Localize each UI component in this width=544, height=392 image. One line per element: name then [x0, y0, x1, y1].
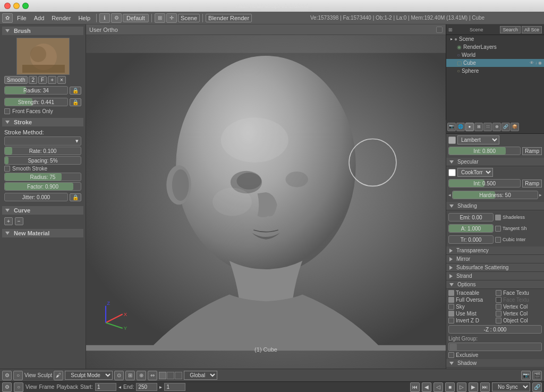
tl-frame[interactable]: Frame	[39, 384, 55, 390]
close-button[interactable]	[4, 3, 11, 9]
options-title[interactable]: Options	[446, 280, 544, 289]
object-col-cb[interactable]	[496, 318, 502, 323]
rate-slider[interactable]: Rate: 0.100	[4, 147, 81, 155]
traceable-cb[interactable]	[448, 290, 454, 296]
menu-render[interactable]: Render	[48, 14, 74, 22]
snap-btn2[interactable]: ⊕	[137, 371, 146, 380]
jitter-slider[interactable]: Jitter: 0.000	[4, 193, 68, 201]
front-faces-cb[interactable]	[4, 108, 10, 114]
light-group-input[interactable]	[448, 343, 542, 351]
paint-btn[interactable]: 🖌	[54, 371, 63, 380]
grid-btn[interactable]: ⊞	[125, 371, 135, 380]
factor-ss-slider[interactable]: Factor: 0.900	[4, 182, 81, 191]
spec-ramp-btn[interactable]: Ramp	[522, 180, 542, 188]
scene-item-sphere[interactable]: ○ Sphere	[446, 67, 544, 75]
mat-tab-constraints[interactable]: 🔗	[502, 123, 510, 131]
render-btn2[interactable]: 🎬	[532, 371, 542, 380]
mat-tab-object[interactable]: 📦	[511, 123, 519, 131]
mat-tab-material[interactable]: ●	[465, 123, 474, 131]
mirror-btn2[interactable]: ⇔	[148, 371, 157, 380]
hardness-arrow-right[interactable]: ▸	[539, 192, 542, 198]
custom-props-title[interactable]: Custom Properties	[446, 368, 544, 369]
shadow-title[interactable]: Shadow	[446, 359, 544, 368]
search-btn[interactable]: Search	[500, 26, 521, 33]
new-material-header[interactable]: New Material	[2, 229, 83, 237]
exclusive-cb[interactable]	[448, 352, 454, 358]
tl-right-arrow[interactable]: ▸	[159, 384, 162, 390]
tl-skip-start[interactable]: ⏮	[410, 382, 420, 392]
stroke-method-select[interactable]: ▾	[4, 137, 81, 146]
tl-play-back[interactable]: ◁	[434, 382, 443, 392]
stroke-header[interactable]: Stroke	[2, 118, 83, 126]
use-mist-cb[interactable]	[448, 311, 454, 317]
jitter-lock-btn[interactable]: 🔒	[70, 193, 81, 201]
emi-slider[interactable]: Emi: 0.00	[448, 213, 494, 221]
smooth-stroke-cb[interactable]	[4, 166, 10, 172]
face-textu-cb[interactable]	[496, 290, 502, 296]
mat-tab-scene[interactable]: 🌐	[456, 123, 465, 131]
curve-header[interactable]: Curve	[2, 206, 83, 215]
tl-skip-end[interactable]: ⏭	[480, 382, 490, 392]
viewport-content[interactable]: X Y Z (1) Cube	[86, 35, 446, 369]
a-slider[interactable]: A: 1.000	[448, 224, 494, 233]
spec-color-swatch[interactable]	[448, 169, 456, 176]
spacing-slider[interactable]: Spacing: 5%	[4, 156, 81, 165]
cubic-cb[interactable]	[495, 237, 501, 243]
layer1[interactable]	[159, 372, 166, 379]
tl-end-input[interactable]	[136, 383, 157, 391]
scene-item-cube[interactable]: ▢ Cube 👁 ↓ ◉	[446, 59, 544, 67]
curve-add-btn[interactable]: +	[4, 217, 13, 225]
spec-shader-select[interactable]: CookTorr Phong Blinn	[457, 168, 493, 177]
scene-selector[interactable]: Scene	[178, 14, 200, 22]
grid-icon[interactable]: ⊞	[155, 13, 165, 23]
renderer-selector[interactable]: Blender Render	[206, 14, 252, 22]
brush-header[interactable]: Brush	[2, 27, 83, 35]
tl-view[interactable]: View	[26, 384, 37, 390]
tl-icon2[interactable]: ○	[14, 382, 23, 392]
blender-icon[interactable]: ✿	[2, 13, 13, 23]
tl-extra-btn[interactable]: 🔗	[532, 382, 542, 392]
brush-num-btn[interactable]: 2	[29, 76, 37, 84]
mirror-title[interactable]: Mirror	[446, 255, 544, 263]
global-select[interactable]: Global	[184, 371, 217, 380]
tl-icon[interactable]: ⚙	[2, 382, 12, 392]
vertex-col-cb[interactable]	[496, 304, 502, 310]
invert-zd-cb[interactable]	[448, 318, 454, 323]
viewport-options-btn[interactable]	[436, 27, 443, 33]
info-icon[interactable]: ℹ	[99, 13, 110, 23]
bottom-icon2[interactable]: ○	[13, 371, 23, 380]
maximize-button[interactable]	[22, 3, 29, 9]
shading-section-title[interactable]: Shading	[446, 202, 544, 210]
radius-ss-slider[interactable]: Radius: 75	[4, 173, 81, 181]
menu-help[interactable]: Help	[75, 14, 94, 22]
scene-item-world[interactable]: ○ World	[446, 51, 544, 59]
bottom-sculpt[interactable]: Sculpt	[38, 372, 53, 378]
strength-lock-btn[interactable]: 🔒	[70, 98, 81, 106]
sky-cb[interactable]	[448, 304, 454, 310]
settings-icon[interactable]: ⚙	[111, 13, 122, 23]
hardness-slider[interactable]: Hardness: 50	[452, 191, 538, 199]
brush-plus-btn[interactable]: +	[48, 76, 56, 84]
scene-item-scene[interactable]: ▸ ● Scene	[446, 35, 544, 43]
tl-prev-key[interactable]: ◀	[422, 382, 431, 392]
strength-slider[interactable]: Strength: 0.441	[4, 98, 68, 106]
camera-btn2[interactable]: 📷	[521, 371, 531, 380]
z-slider[interactable]: -Z : 0.000	[448, 325, 542, 334]
strand-title[interactable]: Strand	[446, 272, 544, 280]
int-slider[interactable]: Int: 0.800	[448, 147, 521, 155]
sss-title[interactable]: Subsurface Scattering	[446, 263, 544, 272]
specular-section-title[interactable]: Specular	[446, 158, 544, 166]
menu-add[interactable]: Add	[31, 14, 48, 22]
tl-sync-select[interactable]: No Sync AV-sync	[492, 382, 530, 391]
ramp-btn[interactable]: Ramp	[522, 147, 542, 155]
layer3[interactable]	[175, 372, 182, 379]
diffuse-color-swatch[interactable]	[448, 137, 456, 144]
scene-item-renderlayers[interactable]: ◉ RenderLayers	[446, 43, 544, 51]
mat-tab-particles[interactable]: ∷	[483, 123, 492, 131]
shadeless-cb[interactable]	[495, 215, 501, 220]
cursor-icon[interactable]: ✛	[166, 13, 177, 23]
mat-tab-texture[interactable]: ⊞	[474, 123, 483, 131]
menu-file[interactable]: File	[14, 14, 30, 22]
tr-slider[interactable]: Tr: 0.000	[448, 235, 494, 244]
bottom-mode-select[interactable]: Sculpt Mode	[65, 371, 113, 380]
